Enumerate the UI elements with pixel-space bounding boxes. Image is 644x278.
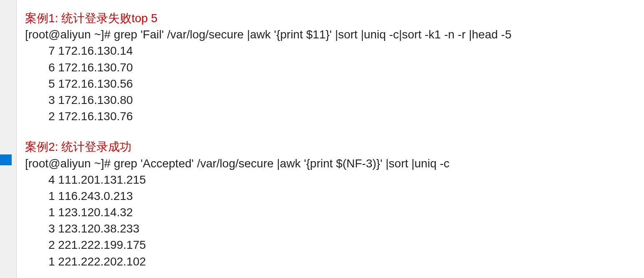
- left-gutter: [0, 0, 17, 278]
- case1-row: 7 172.16.130.14: [25, 43, 636, 59]
- case1-row: 2 172.16.130.76: [25, 108, 636, 124]
- case1-row: 6 172.16.130.70: [25, 59, 636, 76]
- case1-row: 5 172.16.130.56: [25, 76, 636, 92]
- case2-command: [root@aliyun ~]# grep 'Accepted' /var/lo…: [25, 155, 636, 172]
- case2-row: 1 221.222.202.102: [25, 253, 636, 270]
- gutter-marker: [0, 154, 12, 165]
- case1-block: 案例1: 统计登录失败top 5 [root@aliyun ~]# grep '…: [25, 10, 636, 124]
- case1-command: [root@aliyun ~]# grep 'Fail' /var/log/se…: [25, 26, 636, 43]
- case1-row: 3 172.16.130.80: [25, 92, 636, 108]
- case2-row: 2 221.222.199.175: [25, 237, 636, 253]
- case2-row: 1 116.243.0.213: [25, 188, 636, 204]
- case1-title: 案例1: 统计登录失败top 5: [25, 10, 636, 26]
- document-content: 案例1: 统计登录失败top 5 [root@aliyun ~]# grep '…: [17, 0, 644, 278]
- case2-block: 案例2: 统计登录成功 [root@aliyun ~]# grep 'Accep…: [25, 139, 636, 270]
- case2-title: 案例2: 统计登录成功: [25, 139, 636, 155]
- case2-row: 4 111.201.131.215: [25, 172, 636, 188]
- case2-row: 3 123.120.38.233: [25, 220, 636, 237]
- case2-row: 1 123.120.14.32: [25, 204, 636, 220]
